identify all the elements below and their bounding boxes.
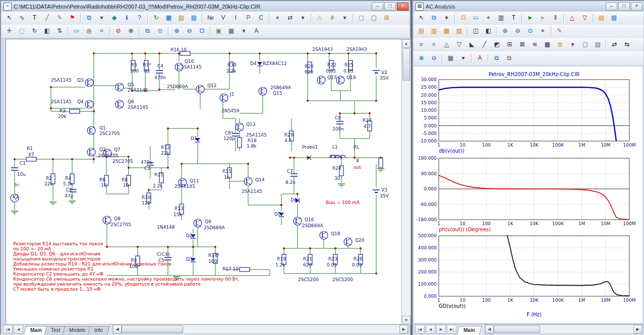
grid-icon[interactable]: ▦ xyxy=(445,53,456,64)
annotation-text[interactable]: Добавлены резисторы R19 - R21 для исклЮч… xyxy=(13,261,171,266)
component-label[interactable]: 2SC2705 xyxy=(98,153,119,158)
part-tr[interactable] xyxy=(87,148,95,156)
component-label[interactable]: 2SC5200 xyxy=(332,277,353,282)
horizontal-tag-icon[interactable]: ⇄ xyxy=(284,13,296,24)
component-label[interactable]: 2.2k xyxy=(153,183,163,188)
part-cv[interactable] xyxy=(164,257,171,260)
part-tr[interactable] xyxy=(317,76,325,84)
component-label[interactable]: 35V xyxy=(380,76,389,81)
copy-caret[interactable]: ▾ xyxy=(441,13,452,24)
component-label[interactable]: 2SA1145 xyxy=(128,88,148,93)
annotation-text[interactable]: по 100 +- 20 мА xyxy=(13,246,51,251)
layers-icon[interactable]: ⧉ xyxy=(554,39,566,50)
component-label[interactable]: 2.2k xyxy=(226,69,237,74)
component-label[interactable]: V3 xyxy=(381,187,387,192)
component-label[interactable]: L1 xyxy=(332,145,338,150)
tab-main[interactable]: Main xyxy=(457,326,482,335)
scroll-left-arrow[interactable]: ◀ xyxy=(113,325,122,333)
component-label[interactable]: Q13 xyxy=(246,122,256,127)
component-label[interactable]: D1 xyxy=(191,136,197,141)
component-label[interactable]: R23 xyxy=(328,256,337,261)
trace-label[interactable]: GD(v(out)) xyxy=(439,303,465,309)
part-rv[interactable] xyxy=(379,158,383,168)
data-points-icon[interactable]: ▥ xyxy=(495,13,507,24)
clipboard-caret[interactable]: ▾ xyxy=(96,13,107,24)
part-tr[interactable] xyxy=(244,177,252,185)
annotation-text[interactable]: Уменьшен номинал резистора R1 xyxy=(13,266,93,272)
grid-icon[interactable]: # xyxy=(326,13,338,24)
component-label[interactable]: 2SC5200 xyxy=(298,277,319,282)
mode-icon[interactable]: ◆ xyxy=(108,13,120,24)
component-label[interactable]: R6 xyxy=(99,177,105,182)
component-label[interactable]: 2SA1145 xyxy=(181,64,202,70)
component-label[interactable]: Probe1 xyxy=(302,145,318,150)
part-cv[interactable] xyxy=(156,70,163,74)
refresh-icon[interactable]: ↻ xyxy=(150,13,162,24)
component-label[interactable]: C7 xyxy=(287,169,293,174)
grid-caret[interactable]: ▾ xyxy=(339,13,350,24)
close-button[interactable]: × xyxy=(631,3,642,11)
part-rh[interactable] xyxy=(70,109,80,113)
component-label[interactable]: Q15 xyxy=(273,91,282,96)
select-icon[interactable]: ↖ xyxy=(416,13,427,24)
grid-caret[interactable]: ▾ xyxy=(457,53,469,64)
find-icon[interactable]: ◎ xyxy=(83,26,95,37)
component-label[interactable]: Q1 xyxy=(99,125,106,130)
tab-nav-button[interactable]: |◀ xyxy=(415,325,425,334)
zoom-in-icon[interactable]: ⊕ xyxy=(416,53,427,64)
edit-icon[interactable]: ✎ xyxy=(554,26,565,37)
component-label[interactable]: R13 xyxy=(174,206,184,211)
part-cv[interactable] xyxy=(336,121,343,124)
component-label[interactable]: R8 xyxy=(122,177,128,182)
axes-grid-icon[interactable]: ⌗ xyxy=(428,39,440,50)
part-rv[interactable] xyxy=(238,138,242,148)
component-label[interactable]: 620 xyxy=(305,70,313,75)
flag-icon[interactable]: ⚑ xyxy=(67,13,78,24)
component-label[interactable]: Q11 xyxy=(190,178,199,183)
image-icon[interactable]: ▣ xyxy=(213,26,224,37)
component-label[interactable]: Q19 xyxy=(346,75,356,80)
zoom-in-icon[interactable]: ⊕ xyxy=(499,26,511,37)
component-label[interactable]: R24 xyxy=(332,166,341,171)
component-label[interactable]: 2SA1145 xyxy=(242,189,262,194)
part-tr[interactable] xyxy=(115,83,124,91)
component-label[interactable]: 15k xyxy=(173,212,182,217)
component-label[interactable]: D6 xyxy=(290,197,297,203)
page2-icon[interactable]: ▤ xyxy=(592,39,604,50)
select-icon[interactable]: ↖ xyxy=(4,13,15,24)
tile-h-icon[interactable]: ◧ xyxy=(483,26,494,37)
component-label[interactable]: 2SB649A xyxy=(270,85,291,90)
component-label[interactable]: 0.05 xyxy=(352,262,362,267)
ac-plots[interactable]: 1101001K10K100K1M10M100M30.00025.00020.0… xyxy=(414,66,642,323)
component-label[interactable]: C(C4) xyxy=(157,252,169,257)
annotation-text[interactable]: Конденсатор C6 уменьшить насколько можно… xyxy=(13,277,240,282)
close-button[interactable]: × xyxy=(397,3,408,11)
component-label[interactable]: 2SC2705 xyxy=(99,131,120,136)
part-gnd[interactable] xyxy=(11,211,18,214)
log-icon[interactable]: ◩ xyxy=(491,39,503,50)
ac-horizontal-scrollbar[interactable]: ◀ ▶ xyxy=(485,324,642,334)
component-label[interactable]: 1N4148 xyxy=(157,225,175,230)
component-label[interactable]: C6* xyxy=(225,130,233,136)
part-tr[interactable] xyxy=(85,79,93,87)
component-label[interactable]: D5 xyxy=(274,212,281,217)
wire-icon[interactable]: ∿ xyxy=(16,13,28,24)
component-label[interactable]: Q3 xyxy=(77,78,84,83)
component-label[interactable]: 0.2u xyxy=(329,154,339,159)
component-label[interactable]: 2SA1145 xyxy=(51,78,72,83)
scroll-right-arrow[interactable]: ▶ xyxy=(399,325,408,333)
tab-nav-button[interactable]: |◀ xyxy=(3,325,13,334)
slider-panel-icon[interactable]: ▥ xyxy=(428,26,440,37)
swap2-icon[interactable]: ⇆ xyxy=(621,39,633,50)
component-label[interactable]: V1 xyxy=(13,194,19,199)
pause-icon[interactable]: ‖ xyxy=(550,13,561,24)
schematic-titlebar[interactable]: ⌁ C:\MC11\DATA\Petrov\Petrov\Radiohobbi\… xyxy=(2,2,409,12)
component-label[interactable]: 82 xyxy=(144,69,150,74)
component-label[interactable]: C1 xyxy=(20,161,26,166)
fill-icon[interactable]: ▩ xyxy=(542,39,553,50)
font-icon[interactable]: A xyxy=(474,53,486,64)
component-label[interactable]: 2SA1943 xyxy=(312,47,333,52)
component-label[interactable]: 2SC2705 xyxy=(112,159,133,164)
tab-info[interactable]: Info xyxy=(88,326,109,335)
pan-icon[interactable]: ✛ xyxy=(4,26,15,37)
